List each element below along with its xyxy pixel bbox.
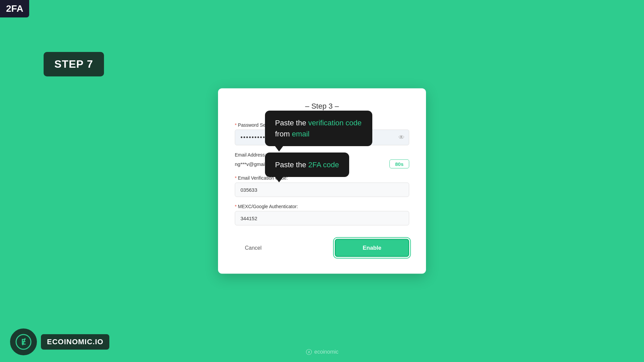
cancel-button[interactable]: Cancel [235,241,272,255]
tfa-badge: 2FA [0,0,29,17]
eye-icon[interactable]: 👁 [398,134,405,141]
verification-group: * Email Verification Code: [235,175,409,197]
logo-text: ECOINOMIC.IO [41,334,109,350]
svg-text:Ɇ: Ɇ [308,351,310,354]
timer-badge: 80s [389,160,409,169]
logo-area: Ɇ ECOINOMIC.IO [10,328,109,355]
step7-badge: STEP 7 [44,52,104,76]
watermark: Ɇ ecoinomic [306,349,338,355]
watermark-text: ecoinomic [314,349,338,355]
svg-text:Ɇ: Ɇ [21,338,26,346]
logo-icon: Ɇ [10,328,37,355]
verification-input[interactable] [235,183,409,197]
authenticator-label: * MEXC/Google Authenticator: [235,204,409,209]
button-row: Cancel Enable [235,239,409,257]
modal-title: – Step 3 – [235,102,409,111]
authenticator-input[interactable] [235,211,409,226]
tooltip-email: Paste the verification code from email [265,111,372,146]
tooltip-2fa: Paste the 2FA code [265,153,349,177]
enable-button[interactable]: Enable [335,239,409,257]
authenticator-group: * MEXC/Google Authenticator: [235,204,409,226]
